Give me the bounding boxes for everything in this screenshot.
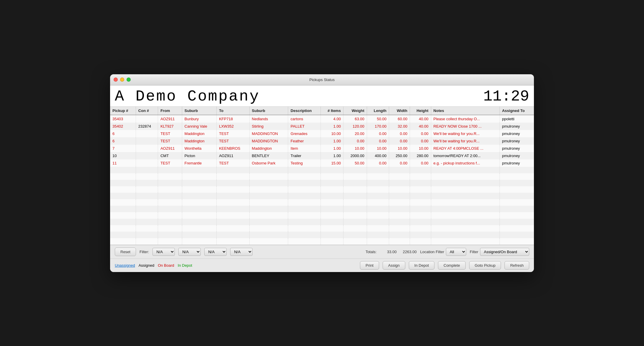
table-empty-cell [182, 238, 216, 245]
location-filter-select[interactable]: All [446, 248, 466, 256]
table-empty-cell [158, 199, 182, 206]
table-empty-cell [343, 173, 367, 180]
table-empty-cell [410, 180, 431, 186]
table-cell: 50.00 [367, 115, 389, 123]
table-empty-cell [136, 238, 158, 245]
table-cell: pmulroney [499, 145, 534, 152]
table-cell [136, 152, 158, 159]
table-empty-cell [158, 238, 182, 245]
table-empty-row [110, 232, 534, 238]
table-row[interactable]: 11TESTFremantleTESTOsborne ParkTesting15… [110, 159, 534, 167]
close-button[interactable] [114, 78, 118, 82]
table-empty-cell [288, 225, 321, 232]
table-empty-cell [343, 212, 367, 219]
table-empty-cell [217, 186, 249, 193]
indepot-button[interactable]: In Depot [409, 261, 434, 270]
filter-select-3[interactable]: N/A [204, 248, 227, 256]
table-cell: MADDINGTON [249, 130, 288, 137]
table-empty-cell [321, 199, 343, 206]
table-cell: KFP718 [217, 115, 249, 123]
table-cell: pmulroney [499, 137, 534, 145]
table-empty-cell [431, 225, 499, 232]
totals-label: Totals: [366, 250, 377, 254]
table-empty-cell [499, 180, 534, 186]
table-empty-row [110, 238, 534, 245]
table-empty-cell [249, 186, 288, 193]
table-empty-row [110, 219, 534, 225]
table-cell: 1.00 [321, 123, 343, 130]
table-cell [136, 159, 158, 167]
titlebar: Pickups Status [110, 74, 534, 85]
table-cell: 10.00 [367, 145, 389, 152]
totals-items-value: 33.00 [379, 250, 396, 254]
table-empty-row [110, 193, 534, 199]
table-empty-cell [431, 238, 499, 245]
table-empty-cell [389, 193, 410, 199]
table-empty-cell [367, 219, 389, 225]
filter-select-4[interactable]: N/A [230, 248, 253, 256]
table-row[interactable]: 7AOZ911WonthellaKEENBROSMaddingtonItem1.… [110, 145, 534, 152]
table-empty-cell [249, 238, 288, 245]
table-cell: tomorrow!READY AT 2:00... [431, 152, 499, 159]
table-empty-cell [367, 238, 389, 245]
table-empty-cell [343, 225, 367, 232]
table-row[interactable]: 6TESTMaddingtonTESTMADDINGTONGrenades10.… [110, 130, 534, 137]
table-cell: Feather [288, 137, 321, 145]
complete-button[interactable]: Complete [438, 261, 466, 270]
minimize-button[interactable] [120, 78, 124, 82]
maximize-button[interactable] [127, 78, 131, 82]
table-cell: e.g. - pickup instructions f... [431, 159, 499, 167]
table-cell: 0.00 [367, 130, 389, 137]
table-empty-cell [288, 167, 321, 173]
legend-indepot[interactable]: In Depot [178, 263, 192, 268]
table-cell: 2000.00 [343, 152, 367, 159]
table-empty-cell [182, 193, 216, 199]
filter-select-1[interactable]: N/A [152, 248, 175, 256]
table-cell: 4.00 [321, 115, 343, 123]
table-container: Pickup # Con # From Suburb To Suburb Des… [110, 107, 534, 245]
clock-display: 11:29 [483, 88, 529, 105]
table-empty-cell [431, 193, 499, 199]
filter-select-2[interactable]: N/A [178, 248, 201, 256]
table-cell: 10.00 [389, 145, 410, 152]
table-empty-cell [389, 232, 410, 238]
print-button[interactable]: Print [360, 261, 379, 270]
table-empty-cell [249, 180, 288, 186]
reset-button[interactable]: Reset [115, 248, 136, 256]
table-row[interactable]: 35402232874KLT927Canning ValeLXW352Stirl… [110, 123, 534, 130]
table-empty-cell [343, 219, 367, 225]
table-cell [136, 115, 158, 123]
table-empty-cell [389, 212, 410, 219]
table-empty-cell [431, 167, 499, 173]
table-empty-cell [389, 225, 410, 232]
legend-onboard[interactable]: On Board [158, 263, 174, 268]
table-empty-cell [158, 180, 182, 186]
table-empty-cell [410, 206, 431, 212]
table-empty-cell [217, 193, 249, 199]
app-header: A Demo Company 11:29 [110, 85, 534, 107]
assign-button[interactable]: Assign [383, 261, 405, 270]
table-cell: 1.00 [321, 145, 343, 152]
table-empty-cell [136, 173, 158, 180]
table-empty-cell [410, 193, 431, 199]
table-cell: 20.00 [343, 130, 367, 137]
goto-pickup-button[interactable]: Goto Pickup [469, 261, 501, 270]
table-empty-cell [249, 193, 288, 199]
table-empty-cell [367, 193, 389, 199]
refresh-button[interactable]: Refresh [504, 261, 529, 270]
table-empty-cell [367, 212, 389, 219]
filter2-select[interactable]: Assigned/On Board [480, 248, 529, 256]
table-empty-cell [110, 206, 136, 212]
legend-assigned[interactable]: Assigned [139, 263, 154, 268]
legend-unassigned[interactable]: Unassigned [115, 263, 135, 268]
table-empty-cell [182, 225, 216, 232]
table-empty-cell [367, 186, 389, 193]
table-empty-cell [321, 186, 343, 193]
table-row[interactable]: 35403AOZ911BunburyKFP718Nedlandscartons4… [110, 115, 534, 123]
main-content: Pickup # Con # From Suburb To Suburb Des… [110, 107, 534, 245]
table-row[interactable]: 6TESTMaddingtonTESTMADDINGTONFeather1.00… [110, 137, 534, 145]
table-cell: 10 [110, 152, 136, 159]
table-cell: 400.00 [367, 152, 389, 159]
main-window: Pickups Status A Demo Company 11:29 Pick… [110, 74, 534, 272]
table-row[interactable]: 10CMTPictonAOZ911BENTLEYTrailer1.002000.… [110, 152, 534, 159]
